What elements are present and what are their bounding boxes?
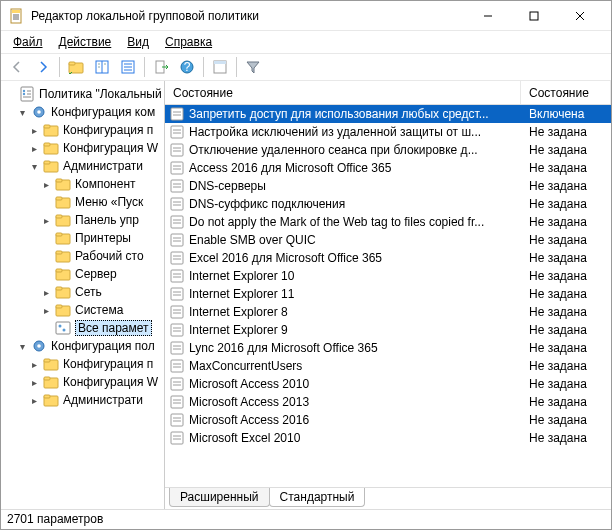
expand-icon[interactable]: ▸ bbox=[29, 377, 39, 388]
properties-button[interactable] bbox=[208, 55, 232, 79]
folder-icon bbox=[55, 266, 71, 282]
list-item[interactable]: Internet Explorer 10Не задана bbox=[165, 267, 611, 285]
app-icon bbox=[9, 8, 25, 24]
view-details-button[interactable] bbox=[116, 55, 140, 79]
collapse-icon[interactable]: ▾ bbox=[17, 107, 27, 118]
expand-icon[interactable]: ▸ bbox=[41, 287, 51, 298]
list-item[interactable]: MaxConcurrentUsersНе задана bbox=[165, 357, 611, 375]
list-item[interactable]: Internet Explorer 8Не задана bbox=[165, 303, 611, 321]
list-item-state: Не задана bbox=[521, 395, 611, 409]
tree-all-settings[interactable]: Все парамет bbox=[5, 319, 164, 337]
tree-start-menu[interactable]: Меню «Пуск bbox=[5, 193, 164, 211]
tree-label: Сервер bbox=[75, 267, 117, 281]
minimize-button[interactable] bbox=[465, 1, 511, 31]
forward-button[interactable] bbox=[31, 55, 55, 79]
window: Редактор локальной групповой политики Фа… bbox=[0, 0, 612, 530]
tree-windows-settings[interactable]: ▸Конфигурация W bbox=[5, 139, 164, 157]
tree-u-software-settings[interactable]: ▸Конфигурация п bbox=[5, 355, 164, 373]
status-bar: 2701 параметров bbox=[1, 509, 611, 529]
menu-action[interactable]: Действие bbox=[53, 33, 118, 51]
tree-user-config[interactable]: ▾Конфигурация пол bbox=[5, 337, 164, 355]
list-item[interactable]: Enable SMB over QUICНе задана bbox=[165, 231, 611, 249]
gear-icon bbox=[31, 104, 47, 120]
tree-u-admin-templates[interactable]: ▸Администрати bbox=[5, 391, 164, 409]
list-item-title: Internet Explorer 10 bbox=[189, 269, 294, 283]
list-item[interactable]: Microsoft Access 2010Не задана bbox=[165, 375, 611, 393]
tree-desktop[interactable]: Рабочий сто bbox=[5, 247, 164, 265]
close-button[interactable] bbox=[557, 1, 603, 31]
list-item[interactable]: Internet Explorer 11Не задана bbox=[165, 285, 611, 303]
collapse-icon[interactable]: ▾ bbox=[17, 341, 27, 352]
list-item-title: MaxConcurrentUsers bbox=[189, 359, 302, 373]
expand-icon[interactable]: ▸ bbox=[41, 215, 51, 226]
folder-icon bbox=[43, 356, 59, 372]
list-item[interactable]: Excel 2016 для Microsoft Office 365Не за… bbox=[165, 249, 611, 267]
column-header-state[interactable]: Состояние bbox=[521, 81, 611, 104]
menu-file[interactable]: Файл bbox=[7, 33, 49, 51]
tab-standard[interactable]: Стандартный bbox=[269, 488, 366, 507]
tree-computer-config[interactable]: ▾Конфигурация ком bbox=[5, 103, 164, 121]
list-item[interactable]: DNS-суффикс подключенияНе задана bbox=[165, 195, 611, 213]
list-body[interactable]: Запретить доступ для использования любых… bbox=[165, 105, 611, 487]
menu-help[interactable]: Справка bbox=[159, 33, 218, 51]
folder-icon bbox=[55, 230, 71, 246]
list-item-state: Не задана bbox=[521, 251, 611, 265]
tree-network[interactable]: ▸Сеть bbox=[5, 283, 164, 301]
collapse-icon[interactable]: ▾ bbox=[29, 161, 39, 172]
tab-extended[interactable]: Расширенный bbox=[169, 488, 270, 507]
toolbar: ? bbox=[1, 53, 611, 81]
view-list-button[interactable] bbox=[90, 55, 114, 79]
tree-label: Все парамет bbox=[75, 320, 152, 336]
tree-label: Сеть bbox=[75, 285, 102, 299]
list-item[interactable]: Запретить доступ для использования любых… bbox=[165, 105, 611, 123]
list-item-state: Не задана bbox=[521, 269, 611, 283]
list-item[interactable]: DNS-серверыНе задана bbox=[165, 177, 611, 195]
tree-software-settings[interactable]: ▸Конфигурация п bbox=[5, 121, 164, 139]
list-item[interactable]: Microsoft Access 2016Не задана bbox=[165, 411, 611, 429]
list-item-title: Internet Explorer 11 bbox=[189, 287, 294, 301]
column-header-title[interactable]: Состояние bbox=[165, 81, 521, 104]
back-button[interactable] bbox=[5, 55, 29, 79]
help-button[interactable]: ? bbox=[175, 55, 199, 79]
setting-icon bbox=[169, 196, 185, 212]
tree-control-panel[interactable]: ▸Панель упр bbox=[5, 211, 164, 229]
list-item-state: Включена bbox=[521, 107, 611, 121]
menu-view[interactable]: Вид bbox=[121, 33, 155, 51]
tree-panel[interactable]: Политика "Локальный ▾Конфигурация ком ▸К… bbox=[1, 81, 165, 509]
expand-icon[interactable]: ▸ bbox=[29, 143, 39, 154]
list-item[interactable]: Internet Explorer 9Не задана bbox=[165, 321, 611, 339]
export-button[interactable] bbox=[149, 55, 173, 79]
expand-icon[interactable]: ▸ bbox=[41, 305, 51, 316]
tree-root[interactable]: Политика "Локальный bbox=[5, 85, 164, 103]
list-item-state: Не задана bbox=[521, 197, 611, 211]
list-item[interactable]: Настройка исключений из удаленной защиты… bbox=[165, 123, 611, 141]
tree-label: Конфигурация W bbox=[63, 375, 158, 389]
expand-icon[interactable]: ▸ bbox=[29, 395, 39, 406]
folder-icon bbox=[55, 194, 71, 210]
list-item-state: Не задана bbox=[521, 125, 611, 139]
expand-icon[interactable]: ▸ bbox=[41, 179, 51, 190]
list-item[interactable]: Отключение удаленного сеанса при блокиро… bbox=[165, 141, 611, 159]
list-item[interactable]: Lync 2016 для Microsoft Office 365Не зад… bbox=[165, 339, 611, 357]
tree-printers[interactable]: Принтеры bbox=[5, 229, 164, 247]
setting-icon bbox=[169, 250, 185, 266]
tree-admin-templates[interactable]: ▾Администрати bbox=[5, 157, 164, 175]
tree-server[interactable]: Сервер bbox=[5, 265, 164, 283]
list-item-title: Microsoft Access 2010 bbox=[189, 377, 309, 391]
list-item-state: Не задана bbox=[521, 233, 611, 247]
maximize-button[interactable] bbox=[511, 1, 557, 31]
list-item[interactable]: Microsoft Access 2013Не задана bbox=[165, 393, 611, 411]
svg-rect-38 bbox=[214, 61, 226, 64]
list-item-title: Internet Explorer 9 bbox=[189, 323, 288, 337]
list-item[interactable]: Do not apply the Mark of the Web tag to … bbox=[165, 213, 611, 231]
tree-components[interactable]: ▸Компонент bbox=[5, 175, 164, 193]
folder-button[interactable] bbox=[64, 55, 88, 79]
list-item[interactable]: Microsoft Excel 2010Не задана bbox=[165, 429, 611, 447]
list-item[interactable]: Access 2016 для Microsoft Office 365Не з… bbox=[165, 159, 611, 177]
tree-u-windows-settings[interactable]: ▸Конфигурация W bbox=[5, 373, 164, 391]
filter-button[interactable] bbox=[241, 55, 265, 79]
expand-icon[interactable]: ▸ bbox=[29, 359, 39, 370]
list-item-state: Не задана bbox=[521, 341, 611, 355]
expand-icon[interactable]: ▸ bbox=[29, 125, 39, 136]
tree-system[interactable]: ▸Система bbox=[5, 301, 164, 319]
